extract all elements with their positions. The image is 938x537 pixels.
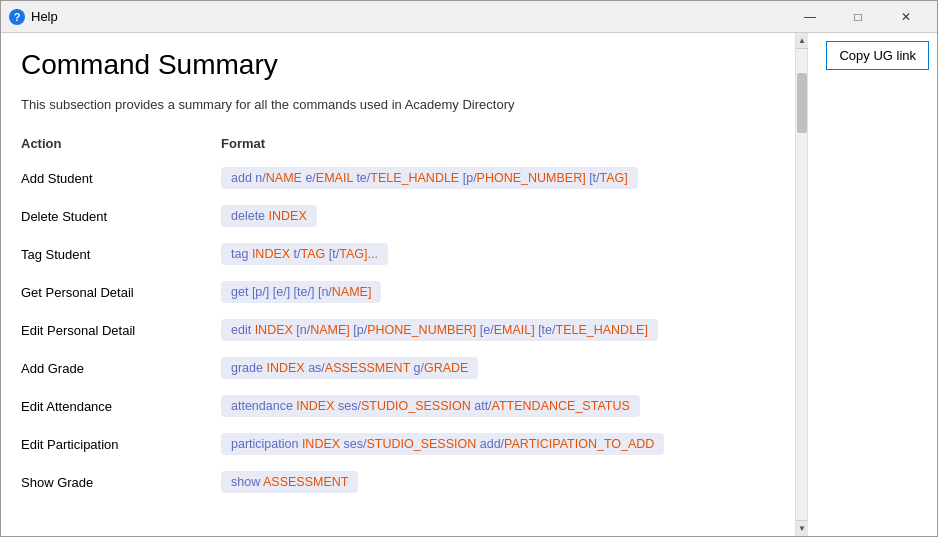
cmd-optional: [te/] (294, 285, 315, 299)
cmd-keyword-part: t/ (294, 247, 301, 261)
cmd-keyword: edit (231, 323, 251, 337)
format-cell: delete INDEX (221, 197, 775, 235)
cmd-keyword-part: g/ (414, 361, 424, 375)
scrollbar-track[interactable]: ▲ ▼ (795, 33, 807, 536)
cmd-keyword-part: att/ (474, 399, 491, 413)
cmd-param: PHONE_NUMBER] (477, 171, 586, 185)
scroll-up-arrow[interactable]: ▲ (796, 33, 808, 49)
table-row: Edit Personal Detailedit INDEX [n/NAME] … (21, 311, 775, 349)
command-pill: grade INDEX as/ASSESSMENT g/GRADE (221, 357, 478, 379)
action-cell: Edit Attendance (21, 387, 221, 425)
table-row: Add Studentadd n/NAME e/EMAIL te/TELE_HA… (21, 159, 775, 197)
cmd-keyword: grade (231, 361, 263, 375)
cmd-optional: [p/] (252, 285, 269, 299)
table-row: Delete Studentdelete INDEX (21, 197, 775, 235)
action-cell: Show Grade (21, 463, 221, 501)
col-action-header: Action (21, 132, 221, 159)
col-format-header: Format (221, 132, 775, 159)
command-pill: tag INDEX t/TAG [t/TAG]... (221, 243, 388, 265)
cmd-keyword: attendance (231, 399, 293, 413)
scroll-down-arrow[interactable]: ▼ (796, 520, 808, 536)
action-cell: Edit Personal Detail (21, 311, 221, 349)
action-cell: Edit Participation (21, 425, 221, 463)
cmd-param: NAME] (332, 285, 372, 299)
scrollbar-thumb[interactable] (797, 73, 807, 133)
table-row: Add Gradegrade INDEX as/ASSESSMENT g/GRA… (21, 349, 775, 387)
cmd-optional: [t/ (329, 247, 339, 261)
table-row: Tag Studenttag INDEX t/TAG [t/TAG]... (21, 235, 775, 273)
format-cell: participation INDEX ses/STUDIO_SESSION a… (221, 425, 775, 463)
action-cell: Get Personal Detail (21, 273, 221, 311)
command-pill: get [p/] [e/] [te/] [n/NAME] (221, 281, 381, 303)
action-cell: Add Student (21, 159, 221, 197)
table-row: Get Personal Detailget [p/] [e/] [te/] [… (21, 273, 775, 311)
cmd-keyword-part: ses/ (338, 399, 361, 413)
title-bar-left: ? Help (9, 9, 58, 25)
cmd-keyword-part: n/ (255, 171, 265, 185)
format-cell: edit INDEX [n/NAME] [p/PHONE_NUMBER] [e/… (221, 311, 775, 349)
cmd-param: ATTENDANCE_STATUS (492, 399, 630, 413)
close-button[interactable]: ✕ (883, 5, 929, 29)
action-cell: Tag Student (21, 235, 221, 273)
command-pill: attendance INDEX ses/STUDIO_SESSION att/… (221, 395, 640, 417)
cmd-param: INDEX (296, 399, 334, 413)
sidebar-actions: Copy UG link (807, 33, 937, 536)
command-pill: edit INDEX [n/NAME] [p/PHONE_NUMBER] [e/… (221, 319, 658, 341)
cmd-optional: [te/ (538, 323, 555, 337)
cmd-param: INDEX (255, 323, 293, 337)
cmd-optional: [p/ (353, 323, 367, 337)
cmd-optional: [e/] (273, 285, 290, 299)
cmd-keyword-part: e/ (305, 171, 315, 185)
help-window: ? Help — □ ✕ Command Summary This subsec… (0, 0, 938, 537)
cmd-param: PHONE_NUMBER] (367, 323, 476, 337)
command-pill: add n/NAME e/EMAIL te/TELE_HANDLE [p/PHO… (221, 167, 638, 189)
cmd-keyword: delete (231, 209, 265, 223)
cmd-keyword: get (231, 285, 248, 299)
cmd-optional: [n/ (318, 285, 332, 299)
cmd-param: TELE_HANDLE (370, 171, 459, 185)
cmd-optional: [e/ (480, 323, 494, 337)
cmd-param: INDEX (302, 437, 340, 451)
cmd-keyword-part: ses/ (344, 437, 367, 451)
cmd-param: EMAIL (316, 171, 353, 185)
help-icon: ? (9, 9, 25, 25)
cmd-param: PARTICIPATION_TO_ADD (504, 437, 654, 451)
cmd-keyword: tag (231, 247, 248, 261)
format-cell: get [p/] [e/] [te/] [n/NAME] (221, 273, 775, 311)
format-cell: add n/NAME e/EMAIL te/TELE_HANDLE [p/PHO… (221, 159, 775, 197)
cmd-param: GRADE (424, 361, 468, 375)
cmd-keyword: add (231, 171, 252, 185)
action-cell: Add Grade (21, 349, 221, 387)
cmd-param: STUDIO_SESSION (367, 437, 477, 451)
cmd-param: INDEX (269, 209, 307, 223)
description: This subsection provides a summary for a… (21, 97, 775, 112)
table-row: Edit Participationparticipation INDEX se… (21, 425, 775, 463)
minimize-button[interactable]: — (787, 5, 833, 29)
cmd-keyword-part: as/ (308, 361, 325, 375)
cmd-param: ASSESSMENT (263, 475, 348, 489)
cmd-param: TAG]... (339, 247, 378, 261)
format-cell: tag INDEX t/TAG [t/TAG]... (221, 235, 775, 273)
main-content: Command Summary This subsection provides… (1, 33, 795, 536)
commands-table: Action Format Add Studentadd n/NAME e/EM… (21, 132, 775, 501)
cmd-param: EMAIL] (494, 323, 535, 337)
cmd-keyword-part: add/ (480, 437, 504, 451)
cmd-optional: [t/ (589, 171, 599, 185)
page-title: Command Summary (21, 49, 775, 81)
table-row: Show Gradeshow ASSESSMENT (21, 463, 775, 501)
cmd-keyword: show (231, 475, 260, 489)
cmd-param: INDEX (266, 361, 304, 375)
cmd-param: NAME] (310, 323, 350, 337)
cmd-param: TELE_HANDLE] (556, 323, 648, 337)
cmd-param: NAME (266, 171, 302, 185)
cmd-param: INDEX (252, 247, 290, 261)
maximize-button[interactable]: □ (835, 5, 881, 29)
command-pill: participation INDEX ses/STUDIO_SESSION a… (221, 433, 664, 455)
copy-ug-button[interactable]: Copy UG link (826, 41, 929, 70)
cmd-param: ASSESSMENT (325, 361, 410, 375)
action-cell: Delete Student (21, 197, 221, 235)
cmd-optional: [n/ (296, 323, 310, 337)
cmd-keyword-part: te/ (356, 171, 370, 185)
title-bar: ? Help — □ ✕ (1, 1, 937, 33)
cmd-param: TAG] (600, 171, 628, 185)
